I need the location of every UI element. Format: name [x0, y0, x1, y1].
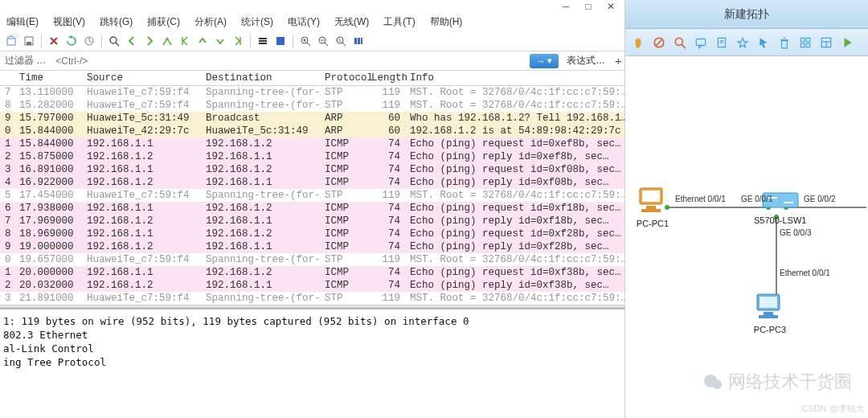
menu-item[interactable]: 工具(T)	[380, 14, 418, 31]
topology-canvas[interactable]: PC-PC1 S5700-LSW1 PC-PC3 Ethernet 0/0/1 …	[625, 56, 868, 418]
link-label: GE 0/0/1	[741, 195, 772, 203]
jump-icon[interactable]	[159, 33, 175, 49]
cell: 192.168.1.1	[82, 266, 201, 279]
cell: 192.168.1.2	[201, 266, 320, 279]
packet-row[interactable]: 815.282000HuaweiTe_c7:59:f4Spanning-tree…	[0, 99, 624, 112]
cell: ICMP	[320, 202, 366, 215]
zoom-reset-icon[interactable]: 1	[333, 33, 349, 49]
pc-icon	[752, 291, 788, 322]
zoom-out-icon[interactable]	[315, 33, 331, 49]
packet-row[interactable]: 717.969000192.168.1.2192.168.1.1ICMP74Ec…	[0, 215, 624, 227]
open-file-icon[interactable]	[3, 33, 19, 49]
cell: ICMP	[320, 163, 366, 176]
magnify-icon[interactable]	[670, 33, 690, 52]
filter-add-button[interactable]: +	[610, 54, 624, 68]
colorize-icon[interactable]	[272, 33, 289, 49]
packet-header-row[interactable]: TimeSourceDestinationProtocolLengthInfo	[0, 71, 624, 86]
stop-icon[interactable]	[649, 33, 669, 52]
resize-cols-icon[interactable]	[350, 33, 366, 49]
packet-row[interactable]: 321.891000HuaweiTe_c7:59:f4Spanning-tree…	[0, 292, 624, 305]
packet-row[interactable]: 316.891000192.168.1.1192.168.1.2ICMP74Ec…	[0, 163, 624, 176]
packet-row[interactable]: 915.797000HuaweiTe_5c:31:49BroadcastARP6…	[0, 112, 624, 125]
star-select-icon[interactable]	[733, 33, 752, 52]
detail-line[interactable]: 1: 119 bytes on wire (952 bits), 119 byt…	[3, 314, 621, 328]
close-icon[interactable]	[46, 33, 62, 49]
menu-item[interactable]: 帮助(H)	[427, 14, 466, 31]
column-header[interactable]	[0, 71, 14, 86]
cell: Echo (ping) reply id=0xf08b, sec…	[405, 176, 624, 189]
menu-item[interactable]: 捕获(C)	[144, 14, 183, 31]
cell: HuaweiTe_c7:59:f4	[82, 292, 201, 305]
cell: 192.168.1.2	[201, 163, 320, 176]
device-pc1[interactable]: PC-PC1	[635, 185, 670, 228]
cell: Spanning-tree-(for-…	[201, 253, 320, 266]
maximize-icon[interactable]: □	[584, 2, 592, 10]
packet-row[interactable]: 919.000000192.168.1.2192.168.1.1ICMP74Ec…	[0, 240, 624, 253]
down-icon[interactable]	[212, 33, 228, 49]
packet-row[interactable]: 215.875000192.168.1.2192.168.1.1ICMP74Ec…	[0, 150, 624, 163]
first-icon[interactable]	[177, 33, 193, 49]
arrow-select-icon[interactable]	[754, 33, 773, 52]
back-icon[interactable]	[124, 33, 140, 49]
grid-icon[interactable]	[796, 33, 815, 52]
packet-row[interactable]: 617.938000192.168.1.1192.168.1.2ICMP74Ec…	[0, 202, 624, 215]
menu-item[interactable]: 编辑(E)	[3, 14, 42, 31]
zoom-in-icon[interactable]	[297, 33, 313, 49]
restart-icon[interactable]	[81, 33, 97, 49]
cell: MST. Root = 32768/0/4c:1f:cc:c7:59:…	[405, 99, 624, 112]
svg-rect-53	[641, 209, 661, 212]
packet-row[interactable]: 015.844000HuaweiTe_42:29:7cHuaweiTe_5c:3…	[0, 125, 624, 137]
detail-line[interactable]: ing Tree Protocol	[3, 355, 621, 369]
cell: 9	[0, 240, 14, 253]
detail-line[interactable]: 802.3 Ethernet	[3, 328, 621, 342]
column-header[interactable]: Source	[82, 71, 201, 86]
packet-table[interactable]: TimeSourceDestinationProtocolLengthInfo …	[0, 71, 624, 305]
packet-row[interactable]: 416.922000192.168.1.2192.168.1.1ICMP74Ec…	[0, 176, 624, 189]
cell: 192.168.1.2 is at 54:89:98:42:29:7c	[405, 125, 624, 137]
device-pc3[interactable]: PC-PC3	[752, 291, 788, 334]
menu-item[interactable]: 电话(Y)	[285, 14, 323, 31]
cell: ICMP	[320, 150, 366, 163]
packet-detail-pane[interactable]: 1: 119 bytes on wire (952 bits), 119 byt…	[0, 308, 624, 374]
filter-apply-button[interactable]: →▾	[530, 54, 559, 68]
packet-row[interactable]: 517.454000HuaweiTe_c7:59:f4Spanning-tree…	[0, 189, 624, 202]
column-header[interactable]: Length	[366, 71, 405, 86]
delete-icon[interactable]	[775, 33, 794, 52]
last-icon[interactable]	[230, 33, 246, 49]
note-icon[interactable]	[712, 33, 731, 52]
reload-icon[interactable]	[63, 33, 80, 49]
menu-item[interactable]: 跳转(G)	[96, 14, 136, 31]
hand-icon[interactable]	[628, 33, 648, 52]
filter-expression-button[interactable]: 表达式…	[562, 54, 610, 68]
column-header[interactable]: Info	[405, 71, 624, 86]
column-header[interactable]: Protocol	[320, 71, 366, 86]
play-icon[interactable]	[837, 33, 857, 52]
packet-row[interactable]: 220.032000192.168.1.2192.168.1.1ICMP74Ec…	[0, 279, 624, 292]
packet-row[interactable]: 120.000000192.168.1.1192.168.1.2ICMP74Ec…	[0, 266, 624, 279]
close-window-icon[interactable]: ✕	[607, 2, 615, 10]
display-filter-input[interactable]	[54, 53, 523, 69]
find-icon[interactable]	[106, 33, 122, 49]
menu-item[interactable]: 视图(V)	[50, 14, 88, 31]
packet-row[interactable]: 713.110000HuaweiTe_c7:59:f4Spanning-tree…	[0, 86, 624, 100]
minimize-icon[interactable]: ─	[562, 2, 570, 10]
cell: 15.844000	[14, 125, 82, 137]
cell: 19.657000	[14, 253, 82, 266]
cell: 18.969000	[14, 227, 82, 240]
column-header[interactable]: Time	[14, 71, 82, 86]
autoscroll-icon[interactable]	[255, 33, 271, 49]
chat-icon[interactable]	[691, 33, 710, 52]
up-icon[interactable]	[194, 33, 211, 49]
packet-row[interactable]: 818.969000192.168.1.1192.168.1.2ICMP74Ec…	[0, 227, 624, 240]
packet-row[interactable]: 115.844000192.168.1.1192.168.1.2ICMP74Ec…	[0, 137, 624, 150]
save-icon[interactable]	[21, 33, 37, 49]
menu-item[interactable]: 分析(A)	[191, 14, 230, 31]
detail-line[interactable]: al-Link Control	[3, 342, 621, 355]
packet-row[interactable]: 019.657000HuaweiTe_c7:59:f4Spanning-tree…	[0, 253, 624, 266]
column-header[interactable]: Destination	[201, 71, 320, 86]
layout-icon[interactable]	[817, 33, 836, 52]
menu-item[interactable]: 统计(S)	[238, 14, 276, 31]
device-switch[interactable]: S5700-LSW1	[754, 188, 806, 225]
forward-icon[interactable]	[141, 33, 158, 49]
menu-item[interactable]: 无线(W)	[331, 14, 372, 31]
